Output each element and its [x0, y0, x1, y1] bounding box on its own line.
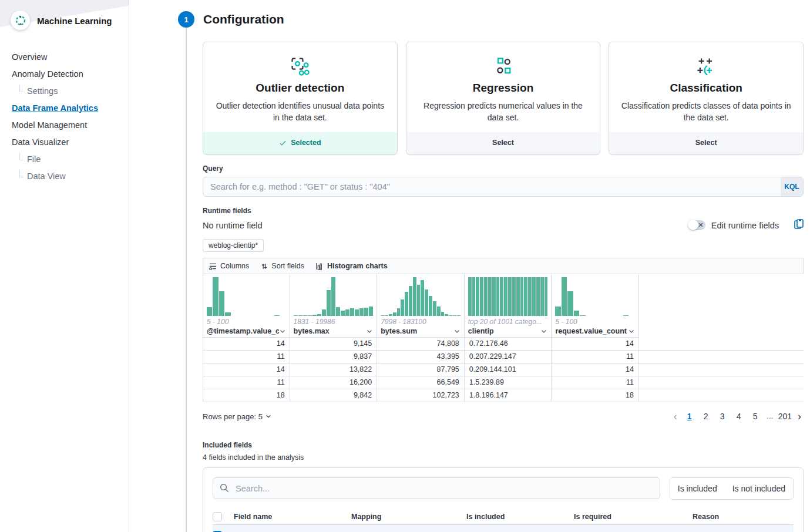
grid-cell[interactable]: 0.72.176.46 — [465, 338, 552, 350]
pagination-page-2[interactable]: 2 — [700, 409, 712, 423]
rows-per-page-button[interactable]: Rows per page: 5 — [203, 412, 271, 421]
grid-cell[interactable]: 43,395 — [377, 351, 465, 363]
grid-cell[interactable]: 9,837 — [290, 351, 378, 363]
card-select-footer[interactable]: Select — [609, 132, 803, 154]
pagination-prev-icon[interactable]: ‹ — [671, 411, 680, 422]
sidebar-item-model-management[interactable]: Model Management — [12, 116, 129, 133]
sidebar-item-label: File — [27, 154, 41, 164]
header-field-name[interactable]: Field name — [234, 513, 351, 521]
histogram-bar — [528, 277, 532, 316]
card-classification[interactable]: Classification Classification predicts c… — [609, 42, 804, 154]
grid-cell[interactable]: 9,145 — [290, 338, 378, 350]
header-is-required[interactable]: Is required — [574, 513, 693, 521]
pagination-page-4[interactable]: 4 — [732, 409, 745, 423]
pagination-page-1[interactable]: 1 — [683, 409, 696, 423]
header-reason[interactable]: Reason — [693, 513, 794, 521]
edit-runtime-fields-label: Edit runtime fields — [711, 221, 779, 230]
grid-cell[interactable]: 18 — [203, 389, 290, 402]
header-is-included[interactable]: Is included — [466, 513, 574, 521]
histogram-bar — [421, 280, 424, 316]
card-regression[interactable]: Regression Regression predicts numerical… — [406, 42, 601, 154]
grid-row: 1413,82287,7950.209.144.10114 — [203, 363, 804, 376]
sidebar-item-overview[interactable]: Overview — [12, 48, 129, 65]
column-range-label: 1831 - 19986 — [294, 318, 374, 326]
regression-icon — [416, 55, 591, 78]
sidebar-item-data-frame-analytics[interactable]: Data Frame Analytics — [12, 99, 129, 116]
grid-cell[interactable]: 13,822 — [290, 363, 378, 376]
grid-cell[interactable]: 11 — [203, 376, 290, 389]
grid-cell[interactable]: 87,795 — [377, 363, 465, 376]
edit-runtime-fields-toggle[interactable]: ✕ — [688, 220, 705, 230]
pagination-next-icon[interactable]: › — [795, 411, 804, 422]
grid-cell[interactable]: 0.209.144.101 — [465, 363, 552, 376]
card-select-footer[interactable]: Select — [406, 132, 600, 154]
select-all-checkbox[interactable] — [213, 512, 222, 521]
grid-cell[interactable]: 1.8.196.147 — [465, 389, 552, 402]
data-grid: Columns Sort fields Histogram charts 5 -… — [203, 258, 804, 402]
grid-cell[interactable]: 14 — [552, 363, 639, 376]
grid-cell[interactable]: 11 — [552, 376, 639, 389]
grid-cell[interactable]: 0.207.229.147 — [465, 351, 552, 363]
histogram-bar — [496, 277, 500, 316]
chevron-down-icon[interactable] — [540, 328, 547, 335]
grid-column-header-request-value-count[interactable]: 5 - 100request.value_count — [552, 274, 639, 338]
sidebar-item-anomaly-detection[interactable]: Anomaly Detection — [12, 65, 129, 82]
outlier-detection-icon — [213, 55, 388, 78]
histogram-bar — [413, 277, 416, 316]
grid-cell[interactable]: 18 — [552, 389, 639, 402]
histogram-bar — [484, 277, 488, 316]
histogram-bar — [397, 308, 401, 316]
filter-is-not-included[interactable]: Is not included — [725, 478, 793, 499]
grid-column-header--timestamp-value-count[interactable]: 5 - 100@timestamp.value_count — [203, 274, 290, 338]
grid-cell[interactable]: 11 — [203, 351, 290, 363]
toggle-off-x-icon: ✕ — [698, 221, 704, 230]
histogram-bar — [441, 312, 445, 316]
histogram-bar — [294, 315, 298, 316]
sidebar-item-file[interactable]: File — [19, 150, 129, 167]
pagination-page-201[interactable]: 201 — [778, 409, 792, 423]
pagination-page-3[interactable]: 3 — [716, 409, 729, 423]
histogram-bar — [536, 277, 540, 316]
grid-column-header-bytes-sum[interactable]: 7998 - 183100bytes.sum — [377, 274, 465, 338]
card-outlier-detection[interactable]: Outlier detection Outlier detection iden… — [203, 42, 398, 154]
header-mapping[interactable]: Mapping — [351, 513, 466, 521]
grid-column-header-bytes-max[interactable]: 1831 - 19986bytes.max — [290, 274, 378, 338]
histogram-bar — [219, 291, 224, 316]
query-search-input[interactable] — [203, 177, 804, 197]
grid-column-header-clientip[interactable]: top 20 of 1001 catego...clientip — [465, 274, 552, 338]
card-description: Regression predicts numerical values in … — [416, 100, 591, 124]
card-selected-footer[interactable]: Selected — [203, 132, 397, 154]
columns-button[interactable]: Columns — [209, 262, 249, 270]
grid-cell[interactable]: 9,842 — [290, 389, 378, 402]
kql-button[interactable]: KQL — [781, 177, 803, 196]
chevron-down-icon[interactable] — [366, 328, 373, 335]
grid-cell[interactable]: 1.5.239.89 — [465, 376, 552, 389]
filter-is-included[interactable]: Is included — [670, 478, 725, 499]
sidebar-item-data-view[interactable]: Data View — [19, 167, 129, 184]
chevron-down-icon[interactable] — [453, 328, 461, 335]
sidebar-item-settings[interactable]: Settings — [19, 82, 129, 99]
histogram-charts-button[interactable]: Histogram charts — [316, 262, 388, 270]
copy-to-clipboard-icon[interactable] — [794, 219, 804, 231]
grid-cell[interactable]: 66,549 — [377, 376, 465, 389]
grid-cell[interactable]: 14 — [552, 338, 639, 350]
column-name: request.value_count — [555, 327, 628, 335]
histogram-bar — [341, 311, 345, 316]
grid-cell[interactable]: 16,200 — [290, 376, 378, 389]
sort-fields-button[interactable]: Sort fields — [261, 262, 304, 270]
pagination-page-5[interactable]: 5 — [749, 409, 762, 423]
grid-cell[interactable]: 14 — [203, 338, 290, 350]
histogram-bar — [385, 315, 388, 316]
card-footer-label: Selected — [291, 139, 321, 147]
index-pattern-badge[interactable]: weblog-clientip* — [203, 239, 264, 252]
grid-cell[interactable]: 102,723 — [377, 389, 465, 402]
grid-cell[interactable]: 74,808 — [377, 338, 465, 350]
column-range-label: top 20 of 1001 catego... — [468, 318, 548, 326]
chevron-down-icon[interactable] — [628, 328, 635, 335]
grid-cell[interactable]: 14 — [203, 363, 290, 376]
grid-cell[interactable]: 11 — [552, 351, 639, 363]
chevron-down-icon[interactable] — [279, 328, 286, 335]
include-filter-group: Is includedIs not included — [670, 477, 794, 500]
fields-search-input[interactable] — [213, 477, 660, 499]
sidebar-item-data-visualizer[interactable]: Data Visualizer — [12, 133, 129, 150]
